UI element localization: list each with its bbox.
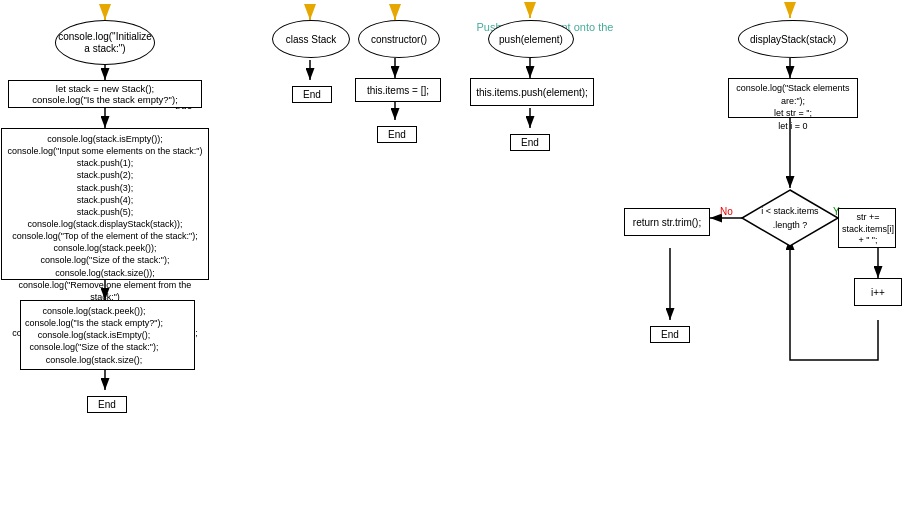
end4-node: End — [508, 128, 552, 156]
end1-node: End — [85, 390, 129, 418]
diamond-node: i < stack.items .length ? — [740, 188, 840, 248]
constructor-oval: constructor() — [358, 20, 440, 58]
bottom-block-rect: console.log(stack.peek()); console.log("… — [20, 300, 195, 370]
items-rect: this.items = []; — [355, 78, 441, 102]
no-label: No — [720, 206, 733, 217]
display-oval: displayStack(stack) — [738, 20, 848, 58]
push-rect: this.items.push(element); — [470, 78, 594, 106]
end2-label: End — [292, 86, 332, 103]
end3-node: End — [375, 120, 419, 148]
end1-label: End — [87, 396, 127, 413]
i-rect: i++ — [854, 278, 902, 306]
str-rect: str += stack.items[i] + " "; — [838, 208, 896, 248]
push-oval: push(element) — [488, 20, 574, 58]
let-stack-rect: let stack = new Stack();console.log("Is … — [8, 80, 202, 108]
flowchart: Pushes an element onto the stack true No… — [0, 0, 904, 517]
end2-node: End — [290, 80, 334, 108]
end5-label: End — [650, 326, 690, 343]
class-stack-oval: class Stack — [272, 20, 350, 58]
svg-text:.length ?: .length ? — [773, 220, 808, 230]
return-rect: return str.trim(); — [624, 208, 710, 236]
init-oval: console.log("Initialize a stack:") — [55, 20, 155, 65]
svg-marker-22 — [742, 190, 838, 246]
display-rect: console.log("Stack elements are:"); let … — [728, 78, 858, 118]
end4-label: End — [510, 134, 550, 151]
main-block-rect: console.log(stack.isEmpty()); console.lo… — [1, 128, 209, 280]
end3-label: End — [377, 126, 417, 143]
svg-text:i < stack.items: i < stack.items — [761, 206, 819, 216]
end5-node: End — [648, 320, 692, 348]
